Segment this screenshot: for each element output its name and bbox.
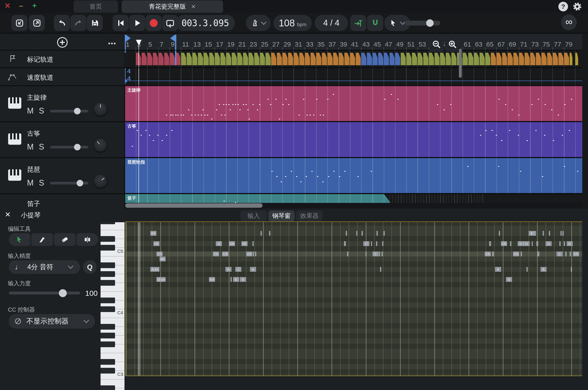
go-to-start-button[interactable] <box>113 15 129 31</box>
midi-note-C5[interactable]: C5 <box>213 252 219 256</box>
tab-project[interactable]: 青花瓷完整版 ✕ <box>122 0 223 13</box>
export-button[interactable] <box>29 15 45 31</box>
midi-note[interactable] <box>549 231 550 236</box>
mute-button[interactable]: M <box>27 178 34 188</box>
midi-note[interactable] <box>367 241 367 246</box>
window-close-icon[interactable]: ✕ <box>3 1 12 10</box>
midi-note[interactable] <box>538 252 539 256</box>
midi-note-A[interactable]: A <box>226 267 231 272</box>
midi-note[interactable] <box>532 241 533 246</box>
piano-keyboard[interactable]: C5C4C3 <box>100 222 125 390</box>
midi-note[interactable] <box>356 231 357 236</box>
track-volume-slider[interactable] <box>50 182 88 185</box>
select-tool-button[interactable] <box>9 233 30 246</box>
midi-note[interactable] <box>376 241 377 246</box>
midi-note[interactable] <box>489 241 491 246</box>
midi-note-A[interactable]: A <box>541 267 546 272</box>
midi-note-G4[interactable]: G4 <box>209 277 215 282</box>
midi-note[interactable] <box>230 277 232 282</box>
midi-note-C[interactable]: C <box>373 252 379 256</box>
midi-note[interactable] <box>559 241 561 246</box>
pianoroll-playhead-line[interactable] <box>138 222 138 376</box>
record-button[interactable] <box>146 15 162 31</box>
midi-note[interactable] <box>543 231 544 236</box>
midi-note[interactable] <box>565 252 566 256</box>
track-header-tempo[interactable]: 速度轨道 <box>0 68 124 85</box>
midi-note-G4[interactable]: G4 <box>160 277 166 282</box>
bpm-display[interactable]: 108 bpm <box>273 15 312 31</box>
time-signature-display[interactable]: 4 / 4 <box>315 15 348 31</box>
midi-note[interactable] <box>536 241 538 246</box>
midi-note[interactable] <box>362 231 363 236</box>
midi-note-C5[interactable]: C5 <box>573 252 579 256</box>
midi-note[interactable] <box>269 231 270 236</box>
volume-slider-thumb[interactable] <box>426 19 434 27</box>
midi-note[interactable] <box>533 231 534 236</box>
midi-note[interactable] <box>379 252 380 256</box>
midi-note-G[interactable]: G <box>240 277 246 282</box>
midi-note[interactable] <box>382 252 383 256</box>
midi-note[interactable] <box>344 241 346 246</box>
solo-button[interactable]: S <box>39 142 44 151</box>
midi-note-C5[interactable]: C5 <box>513 252 519 256</box>
link-loop-button[interactable]: ∞ <box>561 14 577 30</box>
panel-close-icon[interactable]: ✕ <box>5 210 11 219</box>
precision-dropdown[interactable]: ♩ 4分 音符 <box>9 260 80 274</box>
midi-note[interactable] <box>499 231 500 236</box>
track-header-marker[interactable]: 标记轨道 <box>0 50 124 67</box>
midi-note-A[interactable]: A <box>250 267 256 272</box>
snap-magnet-button[interactable] <box>367 15 383 31</box>
black-key[interactable] <box>100 297 115 303</box>
midi-note[interactable] <box>347 252 348 256</box>
zoom-in-button[interactable] <box>446 37 460 52</box>
midi-note[interactable] <box>346 231 347 236</box>
black-key[interactable] <box>100 271 115 277</box>
settings-gear-icon[interactable] <box>572 1 583 12</box>
piano-roll-grid[interactable]: E5D5C5B4A4A4G4G4G4C5DC5AD5GAGD5C5ADCED5D… <box>126 222 582 376</box>
midi-note-C[interactable]: C <box>557 252 563 256</box>
black-key[interactable] <box>100 245 115 250</box>
quantize-button[interactable]: Q <box>83 260 97 274</box>
black-key[interactable] <box>100 306 115 312</box>
midi-note[interactable] <box>253 252 254 256</box>
split-tool-button[interactable] <box>77 233 98 246</box>
track-volume-thumb[interactable] <box>74 144 81 150</box>
midi-note[interactable] <box>227 252 228 256</box>
track-header-琵琶[interactable]: 琵琶MS <box>0 158 124 193</box>
midi-note-D[interactable]: D <box>546 241 551 246</box>
tempo-curve-line[interactable] <box>125 81 582 81</box>
panel-tab-效果器[interactable]: 效果器 <box>296 210 322 221</box>
midi-note[interactable] <box>253 241 254 246</box>
import-button[interactable] <box>11 15 27 31</box>
midi-note-C5[interactable]: C5 <box>485 252 491 256</box>
follow-playhead-button[interactable] <box>350 15 366 31</box>
midi-note[interactable] <box>570 252 571 256</box>
tab-close-icon[interactable]: ✕ <box>191 3 196 10</box>
midi-note[interactable] <box>238 267 239 272</box>
midi-note[interactable] <box>261 231 262 236</box>
midi-note-C5[interactable]: C5 <box>157 252 163 256</box>
tracklist-timeline-divider[interactable] <box>124 34 125 209</box>
black-key[interactable] <box>100 280 115 286</box>
midi-note[interactable] <box>561 231 562 236</box>
midi-note-C5[interactable]: C5 <box>246 252 252 256</box>
playhead-triangle[interactable] <box>136 40 142 46</box>
midi-note[interactable] <box>371 241 372 246</box>
midi-note-D5[interactable]: D5 <box>229 241 235 246</box>
black-key[interactable] <box>100 262 115 268</box>
add-track-button[interactable] <box>57 37 68 48</box>
pan-knob[interactable] <box>94 175 107 188</box>
black-key[interactable] <box>100 341 115 347</box>
pencil-tool-button[interactable] <box>31 233 53 246</box>
cc-controller-dropdown[interactable]: 不显示控制器 <box>9 314 95 329</box>
midi-note-E5[interactable]: E5 <box>150 231 156 236</box>
velocity-slider-thumb[interactable] <box>59 289 67 297</box>
midi-note-D[interactable]: D <box>363 241 369 246</box>
v-scrollbar-thumb[interactable] <box>459 49 462 78</box>
black-key[interactable] <box>100 385 115 390</box>
track-volume-slider[interactable] <box>50 110 88 112</box>
black-key[interactable] <box>100 236 115 242</box>
play-button[interactable] <box>129 15 145 31</box>
mute-button[interactable]: M <box>27 142 34 151</box>
midi-note[interactable] <box>563 231 564 236</box>
